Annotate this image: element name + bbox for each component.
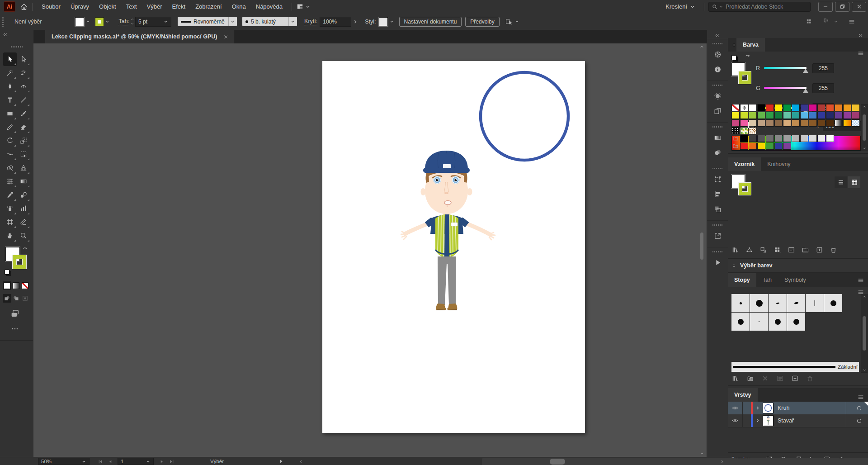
swatch-0-14[interactable] [852, 104, 860, 111]
select-similar-icon[interactable] [505, 18, 513, 26]
swatch-1-11[interactable] [826, 112, 834, 119]
swatch-1-2[interactable] [749, 112, 757, 119]
swatch-2-14[interactable] [852, 119, 860, 127]
arrange-documents-icon[interactable] [296, 3, 304, 10]
close-tab-icon[interactable] [223, 34, 228, 39]
scroll-up-icon[interactable] [699, 44, 704, 49]
panel-icon-transform-panel[interactable] [707, 172, 728, 187]
none-button[interactable] [21, 281, 29, 290]
chevron-down-icon[interactable] [514, 19, 519, 24]
panel-icon-pathfinder[interactable] [707, 202, 728, 217]
artboard-nav-field[interactable]: 1 [118, 458, 154, 465]
swatch-2-3[interactable] [757, 119, 765, 127]
tool-line-segment[interactable] [17, 93, 30, 107]
tool-rotate[interactable] [3, 134, 17, 147]
menu-item-5[interactable]: Efekt [167, 0, 191, 13]
panel-icon-artboards[interactable] [707, 104, 728, 119]
swatch-2-9[interactable] [809, 119, 817, 127]
swatch-4-3[interactable] [757, 135, 765, 142]
brush-1-3[interactable] [787, 313, 805, 331]
list-view-icon[interactable] [835, 176, 847, 188]
gradient-button[interactable] [12, 281, 20, 290]
brushes-scrollbar[interactable] [861, 294, 868, 373]
expand-layer-icon[interactable] [753, 405, 763, 411]
swatch-4-8[interactable] [800, 135, 808, 142]
layer-name[interactable]: Kruh [778, 405, 789, 411]
swatch-4-5[interactable] [774, 135, 783, 142]
tool-shaper[interactable] [3, 120, 17, 134]
chevron-right-icon[interactable] [353, 19, 358, 24]
swatch-2-4[interactable] [766, 119, 774, 127]
swap-fill-stroke-icon[interactable] [744, 53, 751, 60]
layer-name[interactable]: Stavař [778, 418, 794, 424]
swatch-4-9[interactable] [809, 135, 817, 142]
layer-target-icon[interactable] [856, 418, 863, 424]
panel-icon-actions[interactable] [707, 255, 728, 270]
swatch-5-1[interactable] [740, 142, 748, 150]
panel-icon-align[interactable] [707, 187, 728, 202]
swatch-4-7[interactable] [792, 135, 800, 142]
tab-symboly[interactable]: Symboly [778, 273, 812, 287]
chevron-down-icon[interactable] [85, 19, 90, 24]
tab-tah[interactable]: Tah [756, 273, 778, 287]
tab-vrstvy[interactable]: Vrstvy [728, 388, 758, 402]
brush-0-5[interactable] [824, 294, 842, 312]
tool-slice[interactable] [17, 215, 30, 229]
swatch-2-2[interactable] [749, 119, 757, 127]
swatch-4-11[interactable] [826, 135, 834, 142]
canvas-vertical-scrollbar[interactable] [699, 43, 705, 457]
tool-magic-wand[interactable] [3, 66, 17, 80]
chevron-down-icon[interactable] [105, 19, 110, 24]
swatch-5-3[interactable] [757, 142, 765, 150]
tool-selection[interactable] [3, 52, 17, 66]
chevron-down-icon[interactable] [146, 459, 151, 464]
layer-thumbnail[interactable] [763, 403, 774, 413]
stepper-up-icon[interactable] [130, 17, 134, 21]
tab-knihovny[interactable]: Knihovny [761, 157, 797, 171]
stroke-weight-label[interactable]: Tah: [118, 18, 129, 25]
swatch-1-6[interactable] [783, 112, 791, 119]
builder-character-object[interactable] [401, 147, 500, 318]
stroke-stepper[interactable] [130, 17, 134, 26]
swatch-0-9[interactable] [809, 104, 817, 111]
collapse-dock-icon[interactable] [858, 33, 863, 38]
brush-1-0[interactable] [731, 313, 750, 331]
tool-direct-selection[interactable] [17, 52, 30, 66]
touch-workspace-icon[interactable] [806, 18, 812, 25]
basic-brush[interactable]: Základní [731, 362, 859, 372]
swatch-0-12[interactable] [835, 104, 843, 111]
next-artboard-icon[interactable] [159, 459, 164, 464]
brush-0-0[interactable] [731, 294, 750, 312]
screen-mode-icon[interactable] [10, 308, 20, 318]
swatch-0-2[interactable] [749, 104, 757, 111]
swatch-3-0[interactable] [731, 127, 740, 134]
new-color-group-button[interactable] [802, 246, 809, 254]
lock-column[interactable] [742, 402, 751, 414]
layer-row-kruh[interactable]: Kruh [728, 402, 868, 415]
restore-button[interactable] [835, 2, 849, 12]
swatches-scrollbar[interactable] [861, 104, 868, 151]
chevron-down-icon[interactable] [81, 459, 86, 464]
chevron-down-icon[interactable] [163, 19, 168, 24]
swatch-2-10[interactable] [817, 119, 826, 127]
zoom-field[interactable]: 50% [38, 458, 90, 465]
swatch-5-2[interactable] [749, 142, 757, 150]
tool-eyedropper[interactable] [3, 188, 17, 202]
draw-inside-icon[interactable] [21, 294, 29, 303]
swatch-4-1[interactable] [740, 135, 748, 142]
panel-icon-gradient-panel[interactable] [707, 130, 728, 145]
tool-hand[interactable] [3, 229, 17, 242]
layer-target-icon[interactable] [856, 405, 863, 412]
scrollbar-thumb[interactable] [700, 232, 703, 260]
scroll-left-icon[interactable] [298, 459, 303, 464]
menu-item-3[interactable]: Text [121, 0, 142, 13]
stroke-proxy[interactable] [739, 71, 751, 84]
collapse-tools-icon[interactable] [3, 32, 8, 37]
swatch-registration[interactable] [740, 104, 748, 111]
tab-vzornik[interactable]: Vzorník [728, 157, 761, 171]
menu-item-0[interactable]: Soubor [37, 0, 66, 13]
brush-0-1[interactable] [750, 294, 768, 312]
delete-brush-button[interactable] [806, 375, 814, 382]
tool-width-tool[interactable] [3, 147, 17, 161]
color-group-folder[interactable] [731, 135, 740, 142]
